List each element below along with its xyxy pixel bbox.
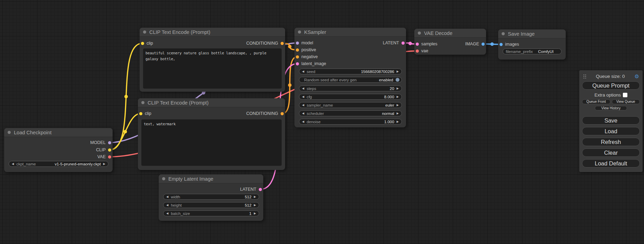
conditioning-input-dot[interactable] — [296, 55, 299, 58]
clear-button[interactable]: Clear — [582, 148, 640, 157]
node-title-bar[interactable]: Save Image — [498, 29, 566, 38]
model-output-dot[interactable] — [108, 141, 111, 144]
latent-input-dot[interactable] — [416, 43, 419, 46]
widget-seed[interactable]: ◀seed156680208700286▶ — [299, 69, 402, 74]
output-slot-clip[interactable]: CLIP — [96, 147, 111, 153]
decrement-arrow-icon[interactable]: ◀ — [302, 104, 304, 107]
input-slot-positive[interactable]: positive — [296, 47, 316, 53]
link-midpoint-dot[interactable] — [124, 130, 127, 134]
toggle-dot[interactable] — [396, 78, 399, 82]
save-button[interactable]: Save — [582, 116, 640, 125]
widget-scheduler[interactable]: ◀schedulernormal▶ — [299, 110, 402, 116]
input-slot-clip[interactable]: clip — [139, 111, 151, 116]
decrement-arrow-icon[interactable]: ◀ — [302, 70, 304, 73]
load-button[interactable]: Load — [582, 127, 640, 135]
collapse-dot-icon[interactable] — [162, 177, 165, 180]
output-slot-vae[interactable]: VAE — [97, 154, 111, 160]
prompt-textarea[interactable]: text, watermark — [141, 119, 282, 166]
decrement-arrow-icon[interactable]: ◀ — [166, 212, 168, 215]
widget-filename_prefix[interactable]: filename_prefixComfyUI — [503, 48, 562, 54]
conditioning-output-dot[interactable] — [281, 112, 284, 115]
node-ksampler[interactable]: KSamplermodelpositivenegativelatent_imag… — [294, 28, 406, 127]
node-vae-decode[interactable]: VAE DecodesamplesvaeIMAGE — [414, 29, 486, 55]
output-slot-conditioning[interactable]: CONDITIONING — [246, 111, 284, 116]
node-title-bar[interactable]: VAE Decode — [414, 29, 486, 38]
collapse-dot-icon[interactable] — [298, 30, 301, 34]
clip-input-dot[interactable] — [139, 112, 142, 115]
collapse-dot-icon[interactable] — [8, 131, 11, 134]
latent-output-dot[interactable] — [259, 188, 262, 191]
image-output-dot[interactable] — [482, 43, 485, 46]
decrement-arrow-icon[interactable]: ◀ — [166, 196, 168, 198]
vae-input-dot[interactable] — [416, 49, 419, 53]
collapse-dot-icon[interactable] — [418, 31, 421, 35]
drag-handle-icon[interactable] — [583, 74, 586, 79]
vae-output-dot[interactable] — [108, 155, 111, 159]
output-slot-image[interactable]: IMAGE — [465, 41, 485, 47]
widget-steps[interactable]: ◀steps20▶ — [299, 85, 402, 91]
output-slot-model[interactable]: MODEL — [90, 140, 111, 145]
clip-output-dot[interactable] — [108, 148, 111, 152]
link-midpoint-dot[interactable] — [491, 43, 494, 46]
input-slot-vae[interactable]: vae — [416, 48, 428, 54]
node-empty-latent-image[interactable]: Empty Latent ImageLATENT◀width512▶◀heigh… — [159, 174, 263, 221]
extra-options-checkbox[interactable] — [623, 93, 627, 97]
widget-Random seed after every gen[interactable]: Random seed after every genenabled — [299, 77, 402, 83]
load-default-button[interactable]: Load Default — [582, 159, 640, 168]
decrement-arrow-icon[interactable]: ◀ — [302, 120, 304, 123]
increment-arrow-icon[interactable]: ▶ — [397, 104, 399, 107]
gear-icon[interactable]: ⚙ — [635, 74, 639, 79]
node-save-image[interactable]: Save Imageimagesfilename_prefixComfyUI — [498, 29, 566, 60]
link-midpoint-dot[interactable] — [288, 45, 292, 48]
node-title-bar[interactable]: Empty Latent Image — [159, 174, 263, 183]
increment-arrow-icon[interactable]: ▶ — [397, 112, 399, 115]
queue-front-button[interactable]: Queue Front — [582, 99, 610, 104]
conditioning-output-dot[interactable] — [281, 42, 284, 45]
node-title-bar[interactable]: CLIP Text Encode (Prompt) — [140, 28, 285, 37]
decrement-arrow-icon[interactable]: ◀ — [302, 112, 304, 115]
widget-ckpt_name[interactable]: ◀ckpt_namev1-5-pruned-emaonly.ckpt▶ — [9, 161, 108, 167]
node-clip-text-encode-2[interactable]: CLIP Text Encode (Prompt)clipCONDITIONIN… — [138, 98, 285, 170]
collapse-dot-icon[interactable] — [141, 101, 144, 104]
input-slot-clip[interactable]: clip — [141, 40, 153, 46]
view-queue-button[interactable]: View Queue — [612, 99, 640, 104]
collapse-dot-icon[interactable] — [502, 32, 505, 35]
link-midpoint-dot[interactable] — [288, 83, 292, 87]
link-midpoint-dot[interactable] — [124, 95, 128, 98]
decrement-arrow-icon[interactable]: ◀ — [302, 87, 304, 90]
conditioning-input-dot[interactable] — [296, 48, 299, 52]
refresh-button[interactable]: Refresh — [582, 138, 640, 146]
latent-output-dot[interactable] — [402, 42, 405, 45]
input-slot-negative[interactable]: negative — [296, 54, 318, 60]
input-slot-model[interactable]: model — [296, 40, 313, 46]
increment-arrow-icon[interactable]: ▶ — [103, 163, 105, 165]
node-title-bar[interactable]: CLIP Text Encode (Prompt) — [138, 98, 285, 107]
output-slot-latent[interactable]: LATENT — [240, 187, 262, 192]
input-slot-samples[interactable]: samples — [416, 41, 438, 47]
widget-cfg[interactable]: ◀cfg8.000▶ — [299, 94, 402, 100]
model-input-dot[interactable] — [296, 42, 299, 45]
widget-height[interactable]: ◀height512▶ — [163, 202, 259, 208]
output-slot-latent[interactable]: LATENT — [383, 40, 405, 46]
increment-arrow-icon[interactable]: ▶ — [254, 212, 256, 215]
increment-arrow-icon[interactable]: ▶ — [397, 120, 399, 123]
latent-input-dot[interactable] — [296, 62, 299, 65]
increment-arrow-icon[interactable]: ▶ — [397, 87, 399, 90]
link-midpoint-dot[interactable] — [408, 42, 412, 45]
increment-arrow-icon[interactable]: ▶ — [254, 196, 256, 198]
queue-prompt-button[interactable]: Queue Prompt — [582, 81, 640, 90]
input-slot-images[interactable]: images — [500, 42, 519, 47]
node-clip-text-encode-1[interactable]: CLIP Text Encode (Prompt)clipCONDITIONIN… — [140, 28, 285, 92]
decrement-arrow-icon[interactable]: ◀ — [302, 96, 304, 98]
widget-batch_size[interactable]: ◀batch_size1▶ — [163, 210, 259, 216]
increment-arrow-icon[interactable]: ▶ — [254, 204, 256, 207]
node-title-bar[interactable]: Load Checkpoint — [4, 128, 113, 137]
output-slot-conditioning[interactable]: CONDITIONING — [246, 40, 284, 46]
node-load-checkpoint[interactable]: Load CheckpointMODELCLIPVAE◀ckpt_namev1-… — [4, 128, 113, 172]
node-title-bar[interactable]: KSampler — [294, 28, 406, 37]
clip-input-dot[interactable] — [141, 42, 144, 45]
prompt-textarea[interactable]: beautiful scenery nature glass bottle la… — [143, 48, 282, 89]
increment-arrow-icon[interactable]: ▶ — [397, 96, 399, 98]
widget-width[interactable]: ◀width512▶ — [163, 194, 259, 200]
widget-sampler_name[interactable]: ◀sampler_nameeuler▶ — [299, 102, 402, 108]
